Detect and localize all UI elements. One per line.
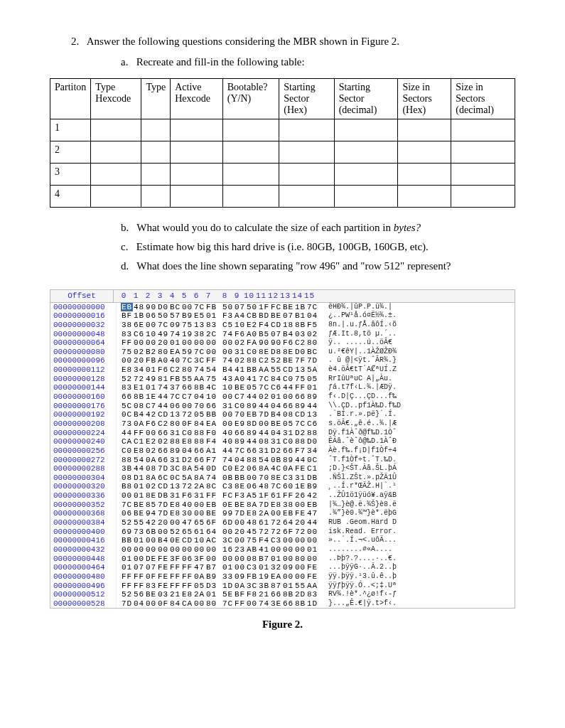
hex-byte: 01 (222, 563, 234, 572)
hex-byte: 13 (169, 482, 181, 491)
hex-col-num: 8 (219, 291, 231, 301)
hex-byte: 02 (234, 356, 246, 365)
hex-row: 00000000496FFFF83FEFFFF05D31D0A3C3B87015… (50, 582, 515, 591)
hex-row: 000000000960020FBA0407C3CFF740288C252BE7… (50, 356, 515, 365)
hex-byte: 8A (145, 473, 157, 483)
hex-byte: 8B (133, 392, 145, 402)
hex-byte: 94 (145, 509, 157, 518)
hex-byte: 00 (294, 536, 306, 545)
hex-byte: 00 (169, 518, 181, 528)
hex-byte: 8E (145, 491, 157, 500)
hex-byte: 6B (145, 528, 157, 537)
hex-byte: 66 (157, 456, 169, 465)
hex-row: 0000000033600018EDB31F631FFFCF3A51F61FF2… (50, 491, 515, 500)
hex-byte: F5 (306, 321, 318, 330)
hex-byte: 65 (181, 528, 193, 537)
hex-byte: 10 (145, 330, 157, 339)
hex-col-num: 14 (291, 291, 303, 301)
hex-byte: 00 (193, 509, 205, 518)
hex-byte: 38 (121, 321, 133, 330)
hex-byte: D2 (294, 429, 306, 438)
hex-ascii: RrIûUªuC A|„Àu. (318, 375, 392, 384)
hex-col-num: 11 (255, 291, 267, 301)
hex-bytes: FFFF0FFEFFFF0AB93309FB19EA0000FE (117, 572, 318, 582)
hex-byte: 8B (294, 321, 306, 330)
hex-byte: C3 (282, 473, 294, 483)
hex-byte: 10 (222, 383, 234, 392)
hex-byte: 52 (270, 356, 282, 365)
hex-byte: 0F (145, 572, 157, 582)
hex-byte: 40 (169, 356, 181, 365)
table-cell (451, 119, 515, 141)
hex-byte: 72 (181, 482, 193, 491)
hex-bytes: 83E1017437668B4C10BE057CC644FF01 (117, 383, 318, 392)
hex-col-num: 10 (243, 291, 255, 301)
hex-byte: 00 (205, 555, 217, 564)
hex-byte: F4 (205, 437, 217, 446)
hex-byte: 64 (205, 528, 217, 537)
hex-byte: 02 (157, 437, 169, 446)
hex-byte: BB (246, 365, 258, 375)
sub-c: c. Estimate how big this hard drive is (… (121, 241, 515, 253)
hex-byte: 00 (222, 528, 234, 537)
hex-byte: 31 (258, 446, 270, 456)
hex-byte: FB (205, 303, 217, 312)
hex-byte: 38 (282, 500, 294, 510)
hex-byte: 3C (193, 356, 205, 365)
hex-byte: 07 (270, 330, 282, 339)
hex-ascii: .¾”}è0.¾™}è*.ëþG (318, 509, 397, 518)
hex-byte: 88 (121, 456, 133, 465)
hex-byte: 13 (306, 410, 318, 419)
hex-byte: 41 (234, 365, 246, 375)
hex-byte: 88 (193, 437, 205, 446)
table-cell (222, 141, 279, 164)
hex-byte: 1D (306, 599, 318, 609)
hex-byte: 08 (282, 410, 294, 419)
hex-byte: A5 (246, 491, 258, 500)
hex-byte: 44 (121, 429, 133, 438)
hex-byte: 3C (246, 582, 258, 591)
hex-offset: 00000000400 (50, 528, 117, 537)
hex-byte: 89 (234, 437, 246, 446)
table-cell (91, 186, 141, 208)
hex-bytes: 525542200047656F6D00486172642044 (117, 518, 318, 528)
hex-byte: 44 (157, 392, 169, 402)
hex-byte: B5 (258, 330, 270, 339)
hex-byte: 00 (306, 555, 318, 564)
hex-byte: 00 (270, 545, 282, 555)
hex-byte: 2A (258, 509, 270, 518)
hex-byte: A1 (205, 446, 217, 456)
hex-byte: 30 (181, 509, 193, 518)
table-cell (334, 164, 398, 186)
hex-col-num: 5 (178, 291, 190, 301)
hex-byte: 80 (169, 419, 181, 429)
hex-byte: 50 (222, 303, 234, 312)
hex-byte: E2 (246, 321, 258, 330)
hex-byte: 06 (181, 555, 193, 564)
hex-byte: 7D (234, 509, 246, 518)
hex-byte: 0F (157, 599, 169, 609)
hex-byte: 88 (306, 429, 318, 438)
hex-byte: 73 (133, 528, 145, 537)
hex-byte: 00 (133, 545, 145, 555)
hex-bytes: 7502B280EA597C000031C08ED88ED0BC (117, 348, 318, 357)
hex-row: 0000000043200000000000000001623AB4100000… (50, 545, 515, 555)
hex-offset: 00000000528 (50, 599, 117, 609)
hex-byte: CA (121, 437, 133, 446)
table-header: Size in Sectors (Hex) (398, 79, 451, 119)
hex-ascii: u.²€êY|..1ÀŽØŽÐ¾ (318, 348, 397, 357)
table-header: Type (141, 79, 171, 119)
hex-byte: 66 (181, 383, 193, 392)
hex-ascii: ˆT.f1Òf÷t.ˆT.‰D. (318, 456, 397, 465)
hex-row: 000000002883B44087D3C8A540DC0E2068A4C0AF… (50, 464, 515, 473)
hex-byte: 00 (294, 545, 306, 555)
hex-byte: 07 (133, 563, 145, 572)
hex-byte: 75 (294, 375, 306, 384)
hex-bytes: 52724981FB55AA7543A0417C84C07505 (117, 375, 318, 384)
hex-ascii: ;D.}<ŠT.Àâ.ŠL.þÁ (318, 464, 397, 473)
hex-byte: 55 (133, 518, 145, 528)
hex-byte: E9 (234, 419, 246, 429)
hex-byte: EA (270, 572, 282, 582)
table-cell: 4 (50, 186, 91, 208)
hex-byte: 00 (157, 545, 169, 555)
